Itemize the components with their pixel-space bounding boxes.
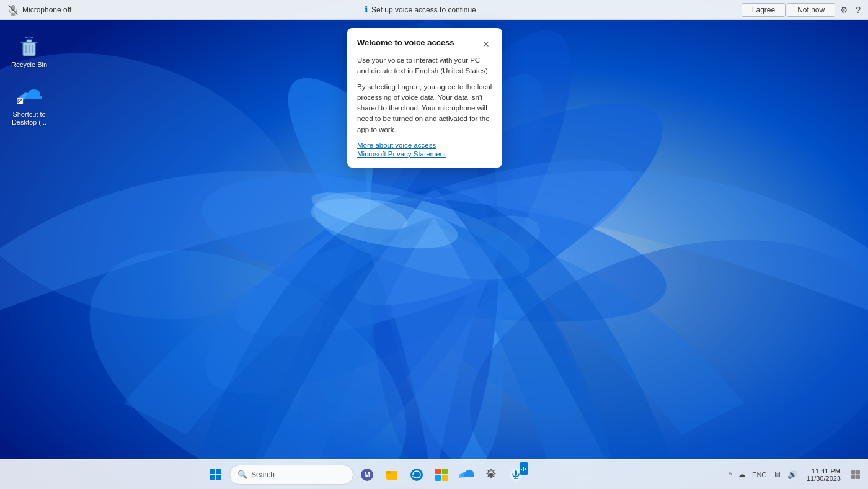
svg-rect-46 — [525, 468, 526, 470]
svg-rect-44 — [521, 469, 522, 470]
popup-body-text2: By selecting I agree, you agree to the l… — [357, 82, 492, 135]
svg-rect-17 — [11, 5, 15, 11]
start-button[interactable] — [205, 464, 227, 486]
svg-point-34 — [410, 469, 423, 481]
chevron-up-icon[interactable]: ^ — [727, 470, 733, 480]
setup-message: ℹ Set up voice access to continue — [99, 5, 742, 14]
voice-access-toolbar: Microphone off ℹ Set up voice access to … — [0, 0, 868, 20]
recycle-bin-icon[interactable]: Recycle Bin — [7, 31, 51, 71]
search-bar[interactable]: 🔍 Search — [229, 465, 353, 485]
tray-lang[interactable]: ENG — [750, 470, 769, 480]
notification-center-button[interactable] — [848, 464, 863, 486]
popup-links: More about voice access Microsoft Privac… — [357, 141, 492, 158]
popup-title: Welcome to voice access — [357, 38, 454, 47]
popup-close-button[interactable]: ✕ — [480, 38, 492, 50]
taskbar-onedrive-icon[interactable] — [455, 464, 477, 486]
not-now-button[interactable]: Not now — [787, 3, 835, 17]
recycle-bin-label: Recycle Bin — [11, 61, 47, 69]
popup-header: Welcome to voice access ✕ — [357, 38, 492, 50]
recycle-bin-image — [17, 34, 42, 58]
taskbar-meet-icon[interactable]: M — [356, 464, 378, 486]
taskbar: 🔍 Search M — [0, 459, 868, 489]
popup-body-text1: Use your voice to interact with your PC … — [357, 55, 492, 77]
search-icon: 🔍 — [237, 470, 247, 479]
desktop: Microphone off ℹ Set up voice access to … — [0, 0, 868, 489]
clock-date: 11/30/2023 — [807, 475, 841, 482]
svg-rect-49 — [851, 475, 856, 479]
clock-time: 11:41 PM — [812, 467, 841, 475]
system-clock[interactable]: 11:41 PM 11/30/2023 — [802, 467, 846, 482]
taskbar-store-icon[interactable] — [430, 464, 453, 486]
svg-rect-26 — [210, 469, 215, 474]
settings-icon[interactable]: ⚙ — [840, 5, 848, 15]
taskbar-voice-access-icon[interactable] — [505, 464, 527, 486]
svg-rect-48 — [856, 470, 861, 475]
svg-rect-27 — [216, 469, 221, 474]
i-agree-button[interactable]: I agree — [742, 3, 786, 17]
taskbar-settings-icon[interactable] — [480, 464, 502, 486]
system-tray: ^ ☁ ENG 🖥 🔊 — [727, 469, 799, 480]
svg-rect-29 — [216, 475, 221, 480]
more-about-voice-access-link[interactable]: More about voice access — [357, 141, 492, 149]
svg-rect-37 — [435, 475, 441, 481]
search-placeholder-text: Search — [251, 470, 275, 479]
tray-monitor-icon[interactable]: 🖥 — [771, 469, 783, 480]
svg-rect-41 — [515, 470, 517, 476]
svg-rect-38 — [442, 475, 448, 481]
taskbar-files-icon[interactable] — [381, 464, 403, 486]
mic-off-section: Microphone off — [0, 4, 99, 16]
voice-access-buttons: I agree Not now — [742, 3, 840, 17]
setup-text: Set up voice access to continue — [371, 6, 476, 14]
svg-rect-35 — [435, 469, 441, 474]
onedrive-shortcut-icon[interactable]: Shortcut to Desktop (... — [7, 81, 51, 129]
svg-rect-36 — [442, 469, 448, 474]
help-icon[interactable]: ? — [856, 5, 861, 15]
privacy-statement-link[interactable]: Microsoft Privacy Statement — [357, 150, 492, 158]
svg-rect-50 — [856, 475, 861, 479]
mic-off-icon — [7, 4, 19, 16]
svg-text:M: M — [364, 471, 370, 478]
svg-rect-47 — [851, 470, 856, 475]
svg-rect-45 — [523, 467, 524, 471]
popup-body: Use your voice to interact with your PC … — [357, 55, 492, 135]
onedrive-shortcut-label: Shortcut to Desktop (... — [10, 110, 48, 127]
top-right-icons: ⚙ ? — [840, 5, 868, 15]
taskbar-right: ^ ☁ ENG 🖥 🔊 11:41 PM 11/30/2023 — [727, 464, 868, 486]
taskbar-center: 🔍 Search M — [5, 464, 727, 486]
info-icon: ℹ — [365, 5, 368, 14]
welcome-popup: Welcome to voice access ✕ Use your voice… — [347, 28, 502, 168]
tray-cloud-icon[interactable]: ☁ — [736, 469, 748, 480]
svg-rect-28 — [210, 475, 215, 480]
taskbar-edge-icon[interactable] — [405, 464, 428, 486]
mic-off-label: Microphone off — [22, 6, 71, 14]
tray-speaker-icon[interactable]: 🔊 — [786, 469, 799, 480]
onedrive-image — [17, 83, 42, 108]
